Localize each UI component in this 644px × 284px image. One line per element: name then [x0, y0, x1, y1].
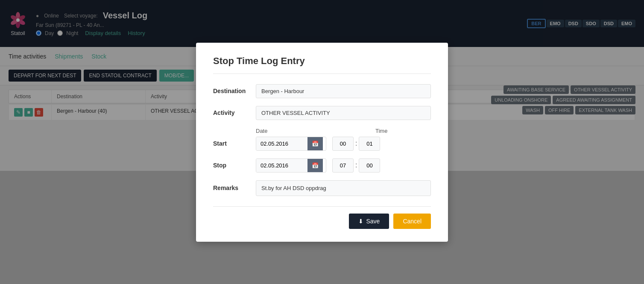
start-label: Start	[213, 140, 256, 147]
time-header: Time	[375, 128, 427, 134]
start-minute-input[interactable]	[359, 137, 380, 151]
destination-field: Destination	[213, 84, 431, 98]
stop-field: Stop 📅 :	[213, 158, 431, 173]
modal-footer: ⬇ Save Cancel	[213, 206, 431, 229]
start-time-wrap: :	[332, 137, 380, 151]
save-icon: ⬇	[358, 218, 363, 225]
start-hour-input[interactable]	[332, 137, 354, 151]
modal-title: Stop Time Log Entry	[213, 56, 431, 74]
stop-time-wrap: :	[332, 158, 380, 173]
stop-hour-input[interactable]	[332, 158, 354, 173]
save-button[interactable]: ⬇ Save	[349, 214, 389, 229]
start-calendar-button[interactable]: 📅	[307, 137, 323, 150]
start-date-input[interactable]	[256, 137, 307, 150]
modal-dialog: Stop Time Log Entry Destination Activity…	[196, 43, 448, 242]
cancel-button[interactable]: Cancel	[393, 214, 431, 229]
stop-label: Stop	[213, 162, 256, 169]
start-date-wrap: 📅	[256, 137, 326, 151]
stop-calendar-button[interactable]: 📅	[307, 159, 323, 172]
stop-time-separator: :	[355, 161, 357, 169]
cancel-label: Cancel	[403, 218, 422, 225]
modal-overlay: Stop Time Log Entry Destination Activity…	[0, 0, 644, 284]
stop-date-wrap: 📅	[256, 158, 326, 173]
activity-field: Activity	[213, 106, 431, 120]
remarks-label: Remarks	[213, 184, 256, 191]
activity-input[interactable]	[256, 106, 431, 120]
destination-label: Destination	[213, 88, 256, 94]
stop-date-input[interactable]	[256, 159, 307, 172]
datetime-headers: Date Time	[256, 128, 431, 134]
stop-minute-input[interactable]	[359, 158, 380, 173]
remarks-field: Remarks	[213, 180, 431, 196]
destination-input[interactable]	[256, 84, 431, 98]
start-time-separator: :	[355, 140, 357, 147]
date-header: Date	[256, 128, 341, 134]
start-field: Start 📅 :	[213, 137, 431, 151]
activity-label: Activity	[213, 109, 256, 116]
save-label: Save	[366, 218, 380, 225]
remarks-input[interactable]	[256, 180, 431, 196]
